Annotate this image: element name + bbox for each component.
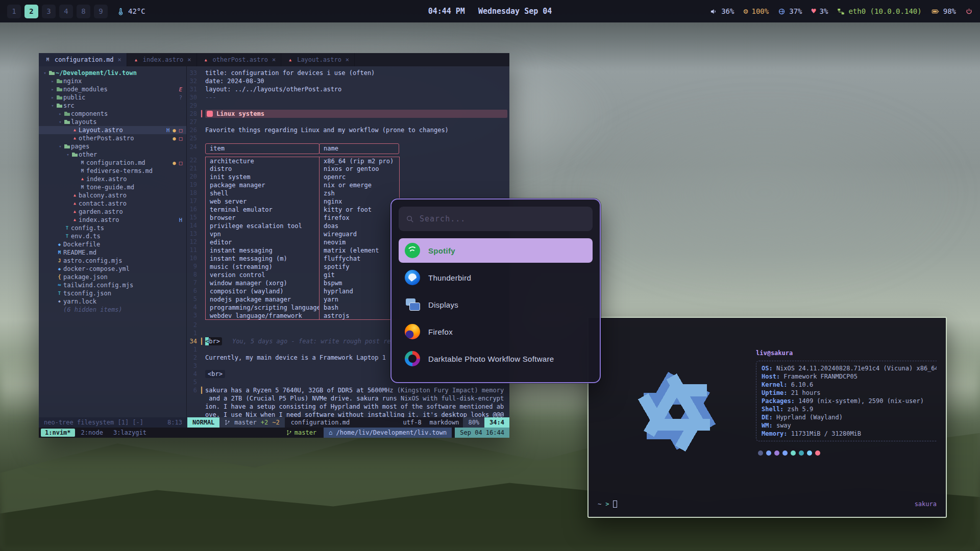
close-icon[interactable]: × [187,56,191,63]
close-icon[interactable]: × [346,56,349,63]
workspace-button[interactable]: 4 [59,5,73,18]
file-tree-row[interactable]: env.d.ts [39,232,186,240]
file-tree-row[interactable]: Dockerfile [39,240,186,248]
editor-line[interactable]: 30 --- [187,93,509,102]
line-number: 8 [187,271,201,279]
file-tree-row[interactable]: ▾ other [39,151,186,159]
file-tree-row[interactable]: tone-guide.md [39,183,186,191]
editor-line[interactable]: and a 2TB (Crucial P5 Plus) NVMe drive. … [187,394,509,403]
tmux-window-tab[interactable]: 2:node [77,429,107,437]
table-row[interactable]: 22 architecture x86_64 (rip m2 pro) [187,157,509,165]
workspace-button[interactable]: 9 [94,5,108,18]
file-tree-row[interactable]: README.md [39,248,186,257]
chevron-icon[interactable]: ▸ [50,85,56,93]
launcher-item[interactable]: Firefox [399,319,593,344]
file-tree-row[interactable]: ▸ public ? [39,93,186,102]
file-tree-row[interactable]: garden.astro [39,208,186,216]
file-tree-row[interactable]: yarn.lock [39,297,186,306]
gutter-sign [201,362,205,370]
table-row[interactable]: 19 package manager nix or emerge [187,181,509,189]
thermometer-icon [117,8,125,15]
chevron-icon[interactable]: ▾ [57,118,63,126]
editor-line[interactable]: 25 [187,134,509,142]
launcher-item[interactable]: Spotify [399,238,593,263]
file-tree-row[interactable]: ▾ ~/Development/liv.town [39,69,186,77]
file-tree-row[interactable]: (6 hidden items) [39,306,186,314]
search-input[interactable] [420,214,585,223]
gear-value: 100% [752,7,769,15]
file-tree-row[interactable]: index.astro [39,175,186,183]
table-row[interactable]: 21 distro nixos or gentoo [187,165,509,173]
workspace-button[interactable]: 1 [7,5,21,18]
workspace-button[interactable]: 3 [42,5,56,18]
editor-tab[interactable]: Layout.astro × [281,53,355,66]
line-number: 2 [187,354,201,362]
load-module[interactable]: ♥ 3% [812,7,828,15]
chevron-icon[interactable]: ▸ [50,93,56,102]
file-name: components [71,110,108,118]
editor-line[interactable]: 6 sakura has a Ryzen 5 7640U, 32GB of DD… [187,386,509,394]
editor-tab[interactable]: otherPost.astro × [197,53,282,66]
file-tree-row[interactable]: ▸ node_modules E [39,85,186,93]
tmux-window-tab[interactable]: 3:lazygit [109,429,151,437]
shell-prompt[interactable]: ~ > sakura [598,498,937,510]
network-module[interactable]: eth0 (10.0.0.140) [837,7,921,15]
fetch-terminal-window[interactable]: liv@sakura OS: NixOS 24.11.20240828.71e9… [587,317,947,518]
file-tree-row[interactable]: contact.astro [39,199,186,208]
file-tree-row[interactable]: ▾ pages [39,142,186,151]
launcher-item[interactable]: Displays [399,292,593,317]
table-row[interactable]: 18 shell zsh [187,189,509,197]
file-tree-row[interactable]: astro.config.mjs [39,257,186,265]
launcher-item[interactable]: Darktable Photo Workflow Software [399,346,593,371]
file-tree-row[interactable]: ▸ components [39,110,186,118]
disk-module[interactable]: 37% [778,7,802,15]
editor-line[interactable]: 33 title: configuration for devices i us… [187,69,509,77]
tmux-window-tab[interactable]: 1:nvim* [41,429,75,437]
file-tree-row[interactable]: Layout.astro H ● □ [39,126,186,134]
chevron-icon[interactable]: ▾ [42,69,48,77]
file-tree-row[interactable]: index.astro H [39,216,186,224]
file-tree-row[interactable]: fediverse-terms.md [39,167,186,175]
file-tree-row[interactable]: tsconfig.json [39,289,186,297]
editor-tab[interactable]: configuration.md × [39,53,127,66]
close-icon[interactable]: × [118,56,121,63]
editor-line[interactable]: ion. I have a setup consisting of Hyprla… [187,403,509,411]
file-tree-row[interactable]: ▾ src [39,102,186,110]
chevron-icon[interactable]: ▾ [65,151,71,159]
battery-module[interactable]: 98% [931,7,956,15]
editor-tab[interactable]: index.astro × [127,53,197,66]
workspace-button[interactable]: 2 [24,5,38,18]
editor-line[interactable]: ove. I use Nix when I need software with… [187,411,509,417]
power-module[interactable] [965,8,973,15]
file-tree-row[interactable]: balcony.astro [39,191,186,199]
file-tree-row[interactable]: ▾ layouts [39,118,186,126]
json-file-icon [56,273,63,281]
volume-module[interactable]: 36% [710,7,734,15]
workspace-button[interactable]: 8 [77,5,90,18]
file-tree-row[interactable]: tailwind.config.mjs [39,281,186,289]
chevron-icon[interactable]: ▾ [50,102,56,110]
file-tree-row[interactable]: otherPost.astro ● □ [39,134,186,142]
table-row[interactable]: 20 init system openrc [187,173,509,181]
launcher-search[interactable] [399,207,593,231]
file-tree-row[interactable]: configuration.md ● □ [39,159,186,167]
file-tree-row[interactable]: docker-compose.yml [39,265,186,273]
editor-line[interactable]: 32 date: 2024-08-30 [187,77,509,85]
folder-open-icon [71,151,79,159]
file-tree-row[interactable]: config.ts [39,224,186,232]
file-tree-row[interactable]: ▸ nginx [39,77,186,85]
chevron-icon[interactable]: ▸ [50,77,56,85]
close-icon[interactable]: × [272,56,276,63]
editor-line[interactable]: 31 layout: ../../layouts/otherPost.astro [187,85,509,93]
launcher-item[interactable]: Thunderbird [399,265,593,290]
editor-line[interactable]: 27 [187,118,509,126]
chevron-icon[interactable]: ▸ [57,110,63,118]
chevron-icon[interactable]: ▾ [57,142,63,151]
editor-line[interactable]: 26 Favorite things regarding Linux and m… [187,126,509,134]
gear-module[interactable]: ⚙ 100% [743,7,769,15]
file-name: config.ts [71,224,104,232]
file-tree-row[interactable]: package.json [39,273,186,281]
table-cell-item: privilege escalation tool [205,222,320,230]
editor-line[interactable]: 28 Linux systems [187,110,509,118]
editor-line[interactable]: 29 [187,102,509,110]
